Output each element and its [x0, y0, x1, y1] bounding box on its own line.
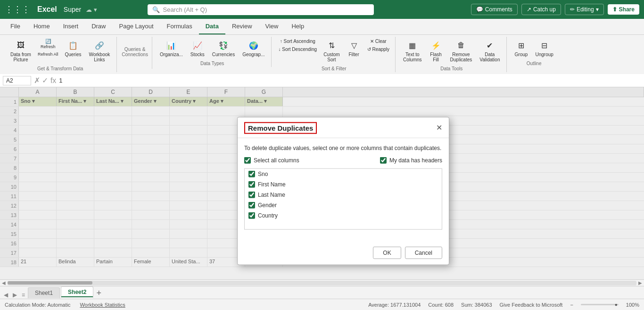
col-last-name-checkbox[interactable] — [248, 191, 255, 198]
scroll-right-btn[interactable]: ▶ — [638, 280, 642, 285]
dialog-close-button[interactable]: ✕ — [436, 124, 442, 132]
col-sno-label: Sno — [258, 170, 268, 177]
tab-help[interactable]: Help — [285, 19, 311, 34]
group-data-types: 📊 Organiza... 📈 Stocks 💱 Currencies 🌍 Ge… — [153, 37, 272, 67]
reapply-button[interactable]: ↺ Reapply — [365, 46, 391, 53]
editing-button[interactable]: ✏ Editing ▾ — [565, 4, 604, 15]
zoom-slider[interactable]: ● — [581, 304, 619, 305]
ok-button[interactable]: OK — [373, 246, 401, 259]
workbook-stats[interactable]: Workbook Statistics — [80, 302, 125, 308]
sort-descending-button[interactable]: ↓ Sort Descending — [276, 46, 319, 53]
remove-duplicates-dialog: Remove Duplicates ✕ To delete duplicate … — [237, 117, 449, 265]
average-status: Average: 1677.131004 — [368, 302, 421, 308]
flash-fill-button[interactable]: ⚡ FlashFill — [427, 38, 446, 64]
tab-draw[interactable]: Draw — [85, 19, 112, 34]
currencies-icon: 💱 — [218, 40, 229, 51]
group-button[interactable]: ⊞ Group — [512, 38, 530, 59]
geography-button[interactable]: 🌍 Geograp... — [239, 38, 267, 59]
sort-ascending-button[interactable]: ↑ Sort Ascending — [276, 38, 319, 45]
validation-icon: ✔ — [484, 40, 495, 51]
tab-sheet1[interactable]: Sheet1 — [28, 287, 60, 298]
scroll-left-btn[interactable]: ◀ — [2, 280, 6, 285]
filter-button[interactable]: ▽ Filter — [345, 38, 363, 59]
count-status: Count: 608 — [428, 302, 454, 308]
tab-insert[interactable]: Insert — [57, 19, 85, 34]
grid-icon[interactable]: ⋮⋮⋮ — [5, 4, 30, 15]
tab-formulas[interactable]: Formulas — [160, 19, 199, 34]
tab-menu-btn[interactable]: ≡ — [20, 292, 27, 298]
col-country-checkbox[interactable] — [248, 212, 255, 218]
organize-icon: 📊 — [165, 40, 177, 51]
tab-view[interactable]: View — [259, 19, 285, 34]
search-icon: 🔍 — [152, 6, 160, 13]
tab-file[interactable]: File — [4, 19, 27, 34]
catchup-button[interactable]: ↗ Catch up — [521, 4, 561, 15]
comment-icon: 💬 — [476, 6, 483, 13]
filter-icon: ▽ — [348, 40, 360, 51]
ungroup-icon: ⊟ — [539, 40, 550, 51]
tab-forward-btn[interactable]: ▶ — [11, 292, 19, 298]
cloud-icon: ☁ ▾ — [86, 6, 97, 13]
col-gender-label: Gender — [258, 201, 277, 208]
col-sno-checkbox[interactable] — [248, 170, 255, 177]
flash-fill-icon: ⚡ — [430, 40, 442, 51]
ribbon-content: 🖼 Data fromPicture 🔄 Refresh Refresh All… — [0, 35, 644, 74]
organize-button[interactable]: 📊 Organiza... — [157, 38, 186, 59]
refresh-all-button[interactable]: Refresh All — [36, 51, 60, 58]
col-first-name-label: First Name — [258, 181, 286, 187]
group-icon: ⊞ — [515, 40, 527, 51]
formula-input[interactable]: 1 — [59, 77, 641, 84]
dialog-options: Select all columns My data has headers — [244, 157, 442, 163]
data-validation-button[interactable]: ✔ DataValidation — [477, 38, 503, 64]
my-data-headers-checkbox[interactable] — [380, 157, 387, 163]
headers-row: My data has headers — [380, 157, 442, 163]
cell-reference[interactable]: A2 — [3, 76, 31, 85]
custom-sort-button[interactable]: ⇅ CustomSort — [321, 38, 342, 64]
add-sheet-button[interactable]: + — [94, 288, 103, 298]
active-tab-indicator — [61, 296, 93, 297]
h-scrollbar-container: ◀ ▶ — [0, 279, 644, 286]
chevron-down-icon: ▾ — [596, 6, 599, 13]
refresh-button[interactable]: 🔄 Refresh — [36, 38, 60, 50]
tab-sheet2[interactable]: Sheet2 — [61, 286, 93, 298]
data-from-picture-button[interactable]: 🖼 Data fromPicture — [8, 38, 34, 64]
spreadsheet: A B C D E F G 1 Sno ▾ First Na... ▾ Last… — [0, 87, 644, 279]
zoom-level: 100% — [626, 302, 639, 308]
status-bar: Calculation Mode: Automatic Workbook Sta… — [0, 299, 644, 310]
formula-bar: A2 ✗ ✓ fx 1 — [0, 74, 644, 87]
select-all-checkbox[interactable] — [244, 157, 251, 163]
workbook-links-button[interactable]: 🔗 WorkbookLinks — [86, 38, 113, 64]
text-to-columns-button[interactable]: ▦ Text toColumns — [400, 38, 424, 64]
tab-page-layout[interactable]: Page Layout — [113, 19, 160, 34]
currencies-button[interactable]: 💱 Currencies — [209, 38, 238, 59]
stocks-button[interactable]: 📈 Stocks — [188, 38, 207, 59]
zoom-minus-btn[interactable]: − — [570, 302, 573, 308]
tab-back-btn[interactable]: ◀ — [2, 292, 10, 298]
col-gender-checkbox[interactable] — [248, 201, 255, 208]
queries-button[interactable]: 📋 Queries — [62, 38, 84, 59]
tab-home[interactable]: Home — [27, 19, 57, 34]
remove-duplicates-button[interactable]: 🗑 RemoveDuplicates — [447, 38, 475, 64]
titlebar-right: 💬 Comments ↗ Catch up ✏ Editing ▾ ⬆ Shar… — [471, 4, 639, 15]
group-data-tools-label: Data Tools — [440, 66, 462, 71]
dialog-description: To delete duplicate values, select one o… — [244, 144, 442, 151]
feedback-link[interactable]: Give Feedback to Microsoft — [500, 302, 563, 308]
comments-button[interactable]: 💬 Comments — [471, 4, 518, 15]
my-headers-label: My data has headers — [389, 157, 442, 163]
clear-button[interactable]: ✕ Clear — [365, 38, 391, 45]
tab-data[interactable]: Data — [199, 19, 225, 34]
data-picture-icon: 🖼 — [15, 40, 26, 51]
geography-icon: 🌍 — [248, 40, 259, 51]
refresh-icon: 🔄 — [45, 39, 51, 44]
tab-review[interactable]: Review — [225, 19, 259, 34]
ribbon-tabs: File Home Insert Draw Page Layout Formul… — [0, 19, 644, 35]
group-sort-filter-label: Sort & Filter — [322, 66, 347, 71]
search-box[interactable]: 🔍 Search (Alt + Q) — [148, 4, 374, 15]
share-button[interactable]: ⬆ Share — [608, 4, 639, 15]
list-item: Last Name — [245, 189, 442, 200]
cancel-button[interactable]: Cancel — [405, 246, 442, 259]
h-scrollbar-thumb[interactable] — [8, 281, 92, 285]
group-get-transform-label: Get & Transform Data — [37, 66, 83, 71]
ungroup-button[interactable]: ⊟ Ungroup — [532, 38, 556, 59]
col-first-name-checkbox[interactable] — [248, 181, 255, 187]
